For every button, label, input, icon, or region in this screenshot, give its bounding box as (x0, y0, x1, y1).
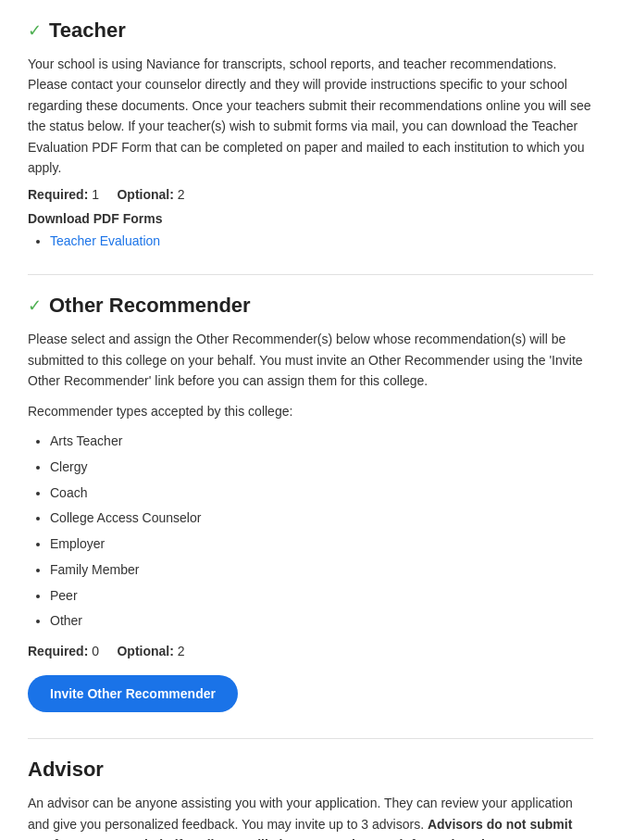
teacher-meta: Required: 1 Optional: 2 (28, 187, 593, 202)
advisor-body: An advisor can be anyone assisting you w… (28, 793, 593, 840)
recommender-types-list: Arts Teacher Clergy Coach College Access… (28, 431, 593, 633)
teacher-checkmark-icon: ✓ (28, 20, 42, 41)
list-item: Peer (50, 585, 593, 608)
invite-other-recommender-button[interactable]: Invite Other Recommender (28, 675, 238, 712)
other-recommender-optional-value: 2 (178, 644, 185, 658)
teacher-title: Teacher (49, 19, 126, 43)
teacher-required-value: 1 (92, 187, 99, 202)
list-item: Coach (50, 483, 593, 505)
teacher-optional-value: 2 (178, 187, 185, 202)
teacher-body: Your school is using Naviance for transc… (28, 54, 593, 248)
other-recommender-required-value: 0 (92, 644, 99, 658)
other-recommender-section: ✓ Other Recommender Please select and as… (28, 294, 593, 712)
divider-1 (28, 274, 593, 275)
advisor-description: An advisor can be anyone assisting you w… (28, 793, 593, 840)
list-item: Employer (50, 533, 593, 556)
list-item: Other (50, 610, 593, 633)
other-recommender-body: Please select and assign the Other Recom… (28, 329, 593, 712)
list-item: College Access Counselor (50, 508, 593, 530)
other-recommender-header: ✓ Other Recommender (28, 294, 593, 318)
teacher-optional-label: Optional: (117, 187, 173, 202)
teacher-evaluation-link[interactable]: Teacher Evaluation (50, 233, 160, 248)
list-item: Arts Teacher (50, 431, 593, 453)
other-recommender-title: Other Recommender (49, 294, 251, 318)
teacher-download-label: Download PDF Forms (28, 211, 593, 226)
advisor-title: Advisor (28, 758, 104, 782)
other-recommender-optional-label: Optional: (117, 644, 173, 658)
divider-2 (28, 738, 593, 739)
other-recommender-meta: Required: 0 Optional: 2 (28, 644, 593, 658)
other-recommender-required-label: Required: (28, 644, 88, 658)
teacher-header: ✓ Teacher (28, 19, 593, 43)
list-item: Family Member (50, 559, 593, 582)
teacher-description: Your school is using Naviance for transc… (28, 54, 593, 178)
other-recommender-checkmark-icon: ✓ (28, 295, 42, 316)
advisor-header: Advisor (28, 758, 593, 782)
list-item: Clergy (50, 457, 593, 479)
advisor-section: Advisor An advisor can be anyone assisti… (28, 758, 593, 840)
teacher-evaluation-list-item: Teacher Evaluation (50, 233, 593, 248)
teacher-required-label: Required: (28, 187, 88, 202)
recommender-types-label: Recommender types accepted by this colle… (28, 401, 593, 421)
teacher-pdf-list: Teacher Evaluation (28, 233, 593, 248)
other-recommender-description: Please select and assign the Other Recom… (28, 329, 593, 391)
teacher-section: ✓ Teacher Your school is using Naviance … (28, 19, 593, 248)
